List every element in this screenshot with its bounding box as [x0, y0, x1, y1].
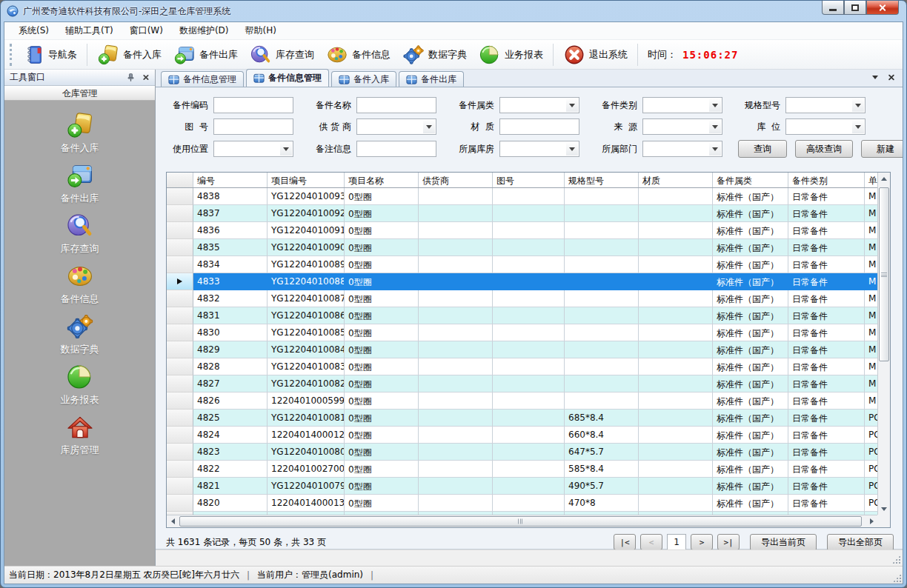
table-row[interactable]: 482212204010027000型圈585*8.4标准件（国产）日常备件PC: [167, 461, 891, 478]
location-select[interactable]: [785, 118, 866, 135]
part-class-select[interactable]: [642, 97, 722, 113]
scroll-up-icon[interactable]: [878, 173, 890, 184]
row-selector-cell[interactable]: [167, 461, 193, 478]
first-page-button[interactable]: |<: [614, 534, 636, 550]
use-position-select[interactable]: [213, 141, 293, 157]
scroll-right-icon[interactable]: [866, 515, 877, 527]
menu-item-3[interactable]: 数据维护(D): [171, 22, 237, 39]
column-header-2[interactable]: 项目名称: [345, 173, 419, 187]
tab-close-icon[interactable]: [888, 74, 895, 81]
table-row[interactable]: 4836YG122040100910型圈标准件（国产）日常备件M: [167, 222, 891, 239]
table-row[interactable]: 482612204010005990型圈标准件（国产）日常备件M: [167, 392, 891, 410]
row-selector-cell[interactable]: [167, 256, 193, 273]
toolbar-item-parts-out[interactable]: 备件出库: [167, 41, 244, 68]
toolbar-item-stock-query[interactable]: 库存查询: [244, 41, 320, 68]
maximize-button[interactable]: [844, 1, 866, 15]
part-category-select[interactable]: [499, 97, 579, 113]
row-selector-cell[interactable]: [167, 358, 193, 375]
tab-3[interactable]: 备件出库: [399, 71, 464, 87]
row-selector-cell[interactable]: [167, 273, 193, 290]
sidebar-group-header[interactable]: 仓库管理: [4, 86, 155, 101]
drawing-no-input[interactable]: [213, 118, 293, 135]
vertical-scrollbar[interactable]: [877, 173, 890, 515]
table-row[interactable]: 4837YG122040100920型圈标准件（国产）日常备件M: [167, 205, 891, 222]
close-button[interactable]: [866, 1, 899, 15]
column-header-3[interactable]: 供货商: [419, 173, 493, 187]
toolbar-item-report[interactable]: 业务报表: [473, 41, 549, 68]
minimize-button[interactable]: [822, 1, 844, 15]
column-header-0[interactable]: 编号: [193, 173, 268, 187]
query-button[interactable]: 查询: [738, 140, 787, 158]
prev-page-button[interactable]: <: [640, 534, 662, 550]
resize-grip-icon[interactable]: [892, 555, 900, 564]
table-row[interactable]: 4835YG122040100900型圈标准件（国产）日常备件M: [167, 239, 891, 256]
sidebar-item-data-dict[interactable]: 数据字典: [36, 313, 124, 363]
advanced-query-button[interactable]: 高级查询: [795, 140, 853, 158]
table-row[interactable]: 4829YG122040100840型圈标准件（国产）日常备件M: [167, 341, 891, 358]
resize-grip-icon[interactable]: [893, 574, 901, 582]
row-selector-cell[interactable]: [167, 427, 193, 444]
vertical-scroll-thumb[interactable]: [879, 187, 889, 361]
table-row[interactable]: 4825YG122040100810型圈685*8.4标准件（国产）日常备件PC: [167, 410, 891, 427]
toolbar-item-navbar[interactable]: 导航条: [16, 41, 83, 68]
material-input[interactable]: [499, 118, 579, 135]
tab-0[interactable]: 备件信息管理: [161, 71, 244, 87]
table-row[interactable]: 482412204014000120型圈660*8.4标准件（国产）日常备件PC: [167, 427, 891, 444]
export-all-pages-button[interactable]: 导出全部页: [827, 534, 894, 551]
sidebar-item-stock-query[interactable]: 库存查询: [36, 212, 124, 262]
row-selector-cell[interactable]: [167, 375, 193, 392]
pin-icon[interactable]: [126, 73, 136, 82]
sidebar-close-icon[interactable]: [142, 74, 149, 81]
row-selector-cell[interactable]: [167, 478, 193, 495]
column-header-7[interactable]: 备件属类: [713, 173, 788, 187]
tab-list-icon[interactable]: [872, 76, 878, 79]
sidebar-item-parts-out[interactable]: 备件出库: [36, 161, 124, 212]
table-row[interactable]: 4828YG122040100830型圈标准件（国产）日常备件M: [167, 358, 891, 375]
sidebar-item-parts-in[interactable]: 备件入库: [36, 111, 124, 161]
row-selector-cell[interactable]: [167, 410, 193, 427]
part-code-input[interactable]: [213, 97, 293, 113]
row-selector-cell[interactable]: [167, 495, 193, 512]
row-selector-cell[interactable]: [167, 444, 193, 461]
menu-item-1[interactable]: 辅助工具(T): [57, 22, 122, 39]
table-row[interactable]: 4833YG122040100880型圈标准件（国产）日常备件M: [167, 273, 891, 290]
tab-1-active[interactable]: 备件信息管理: [246, 69, 329, 87]
menu-item-2[interactable]: 窗口(W): [122, 22, 171, 39]
row-selector-cell[interactable]: [167, 239, 193, 256]
table-row[interactable]: 4831YG122040100860型圈标准件（国产）日常备件M: [167, 307, 891, 324]
sidebar-item-report[interactable]: 业务报表: [36, 363, 124, 413]
row-selector-cell[interactable]: [167, 392, 193, 410]
tab-2[interactable]: 备件入库: [331, 71, 396, 87]
toolbar-item-data-dict[interactable]: 数据字典: [396, 41, 473, 68]
remark-input[interactable]: [356, 141, 436, 157]
table-row[interactable]: 482012204014000130型圈470*8标准件（国产）日常备件PC: [167, 495, 891, 512]
horizontal-scrollbar[interactable]: [167, 515, 877, 527]
scroll-left-icon[interactable]: [167, 515, 179, 527]
spec-model-select[interactable]: [785, 97, 866, 113]
table-row[interactable]: 4832YG122040100870型圈标准件（国产）日常备件M: [167, 290, 891, 307]
row-selector-cell[interactable]: [167, 324, 193, 341]
row-selector-cell[interactable]: [167, 222, 193, 239]
export-current-page-button[interactable]: 导出当前页: [750, 534, 817, 551]
table-row[interactable]: 4834YG122040100890型圈标准件（国产）日常备件M: [167, 256, 891, 273]
menu-item-0[interactable]: 系统(S): [10, 22, 57, 39]
table-row[interactable]: 4823YG122040100800型圈647*5.7标准件（国产）日常备件PC: [167, 444, 891, 461]
next-page-button[interactable]: >: [691, 534, 713, 550]
row-selector-cell[interactable]: [167, 290, 193, 307]
page-number-input[interactable]: 1: [667, 534, 686, 550]
toolbar-item-parts-info[interactable]: 备件信息: [320, 41, 396, 68]
table-row[interactable]: 4830YG122040100850型圈标准件（国产）日常备件M: [167, 324, 891, 341]
scroll-down-icon[interactable]: [878, 503, 890, 515]
column-header-1[interactable]: 项目编号: [268, 173, 345, 187]
department-select[interactable]: [642, 141, 722, 157]
row-selector-cell[interactable]: [167, 341, 193, 358]
toolbar-item-exit[interactable]: 退出系统: [557, 41, 634, 68]
last-page-button[interactable]: >|: [717, 534, 740, 550]
column-header-8[interactable]: 备件类别: [788, 173, 865, 187]
sidebar-item-parts-info[interactable]: 备件信息: [36, 262, 124, 313]
sidebar-item-warehouse[interactable]: 库房管理: [36, 413, 124, 464]
row-selector-cell[interactable]: [167, 307, 193, 324]
table-row[interactable]: 4821YG122040100790型圈490*5.7标准件（国产）日常备件PC: [167, 478, 891, 495]
supplier-select[interactable]: [356, 118, 436, 135]
table-row[interactable]: 4838YG122040100930型圈标准件（国产）日常备件M: [167, 188, 891, 205]
